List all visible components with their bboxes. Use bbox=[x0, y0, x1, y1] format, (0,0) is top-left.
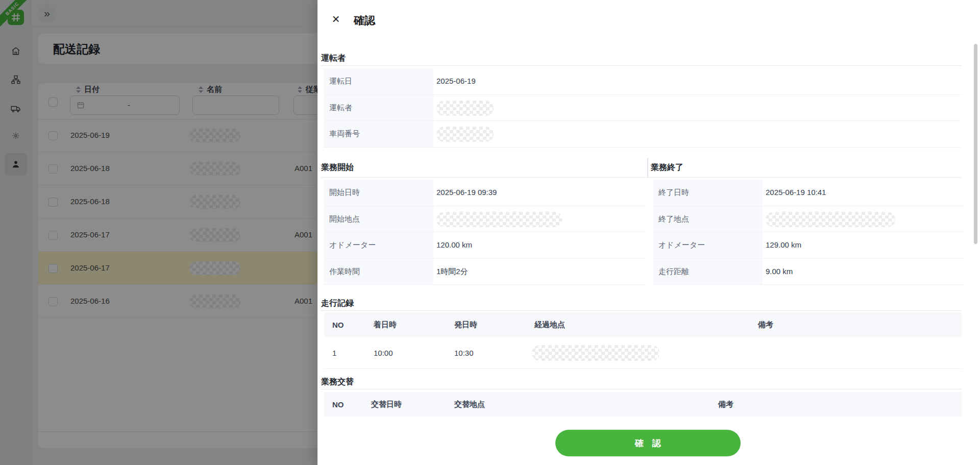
field-value: 2025-06-19 09:39 bbox=[436, 188, 497, 197]
field-value: 1時間2分 bbox=[436, 267, 468, 277]
field-value: 120.00 km bbox=[436, 240, 472, 249]
close-button[interactable]: × bbox=[328, 11, 344, 27]
field-label: 終了地点 bbox=[653, 206, 763, 232]
drawer-scrollbar[interactable] bbox=[974, 44, 977, 244]
field-label: 走行距離 bbox=[653, 259, 763, 285]
section-title: 運転者 bbox=[321, 53, 346, 64]
redacted-value bbox=[532, 345, 659, 361]
column-header: NO bbox=[324, 321, 365, 329]
column-header: 交替日時 bbox=[363, 400, 446, 409]
field-label: 終了日時 bbox=[653, 180, 763, 206]
redacted-value bbox=[766, 212, 895, 227]
section-driver: 運転者 運転日 2025-06-19 運転者 車両番号 bbox=[321, 49, 962, 151]
column-header: 備考 bbox=[750, 320, 962, 330]
column-header: 備考 bbox=[710, 400, 962, 409]
confirm-drawer: × 確認 運転者 運転日 2025-06-19 運転者 車両番号 bbox=[317, 0, 980, 465]
section-title: 走行記録 bbox=[321, 298, 354, 309]
divider bbox=[321, 65, 962, 66]
field-label: 作業時間 bbox=[324, 259, 433, 285]
divider bbox=[647, 158, 648, 177]
field-row: 開始日時 2025-06-19 09:39 bbox=[324, 180, 647, 206]
field-label: オドメーター bbox=[324, 232, 433, 258]
field-label: 車両番号 bbox=[324, 121, 433, 147]
column-header: 着日時 bbox=[365, 320, 446, 330]
field-row: 終了地点 bbox=[653, 206, 965, 233]
field-row: 作業時間 1時間2分 bbox=[324, 259, 647, 285]
shift-change-header-row: NO 交替日時 交替地点 備考 bbox=[324, 392, 962, 417]
field-row: オドメーター 120.00 km bbox=[324, 232, 647, 259]
trip-log-header-row: NO 着日時 発日時 経過地点 備考 bbox=[324, 312, 962, 337]
field-row: オドメーター 129.00 km bbox=[653, 232, 965, 259]
column-header: 発日時 bbox=[446, 320, 526, 330]
field-row: 開始地点 bbox=[324, 206, 647, 233]
trip-log-row: 1 10:00 10:30 bbox=[324, 337, 962, 369]
trip-departure: 10:30 bbox=[446, 349, 526, 357]
redacted-value bbox=[436, 212, 562, 227]
close-icon: × bbox=[332, 11, 339, 27]
redacted-value bbox=[436, 127, 494, 142]
section-title: 業務交替 bbox=[321, 377, 354, 387]
section-work: 業務開始 業務終了 開始日時 2025-06-19 09:39 開始地点 オドメ… bbox=[321, 158, 962, 286]
divider bbox=[321, 177, 962, 178]
field-label: 開始日時 bbox=[324, 180, 433, 206]
trip-point bbox=[526, 345, 750, 361]
section-shift-change: 業務交替 NO 交替日時 交替地点 備考 bbox=[321, 374, 962, 420]
field-row: 車両番号 bbox=[324, 121, 962, 148]
field-row: 終了日時 2025-06-19 10:41 bbox=[653, 180, 965, 206]
field-label: 開始地点 bbox=[324, 206, 433, 232]
divider bbox=[321, 310, 962, 311]
trip-arrival: 10:00 bbox=[365, 349, 446, 357]
field-value: 129.00 km bbox=[766, 240, 801, 249]
field-row: 運転者 bbox=[324, 95, 962, 121]
column-header: 経過地点 bbox=[526, 320, 750, 330]
field-row: 運転日 2025-06-19 bbox=[324, 68, 962, 95]
confirm-button[interactable]: 確 認 bbox=[555, 430, 741, 456]
field-label: 運転日 bbox=[324, 68, 433, 94]
field-value: 2025-06-19 10:41 bbox=[766, 188, 826, 197]
field-row: 走行距離 9.00 km bbox=[653, 259, 965, 285]
field-label: 運転者 bbox=[324, 95, 433, 121]
divider bbox=[321, 389, 962, 389]
field-label: オドメーター bbox=[653, 232, 763, 258]
column-header: NO bbox=[324, 400, 363, 409]
section-title: 業務開始 bbox=[321, 162, 354, 173]
field-value: 9.00 km bbox=[766, 267, 793, 276]
column-header: 交替地点 bbox=[446, 400, 710, 409]
section-trip-log: 走行記録 NO 着日時 発日時 経過地点 備考 1 10:00 10:30 bbox=[321, 295, 962, 372]
drawer-title: 確認 bbox=[354, 13, 375, 28]
trip-no: 1 bbox=[324, 349, 365, 357]
field-value: 2025-06-19 bbox=[436, 77, 476, 85]
section-title: 業務終了 bbox=[651, 162, 683, 173]
redacted-value bbox=[436, 101, 494, 116]
app-screen: BASIC » 配送記録 bbox=[0, 0, 980, 465]
